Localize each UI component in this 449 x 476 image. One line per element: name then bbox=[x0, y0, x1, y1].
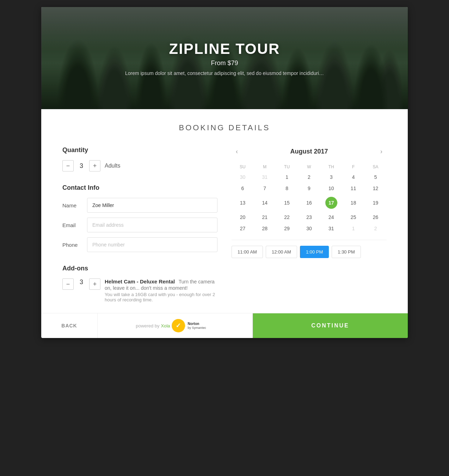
booking-grid: Quantity − 3 + Adults Contact Info Name bbox=[62, 146, 387, 302]
calendar-day[interactable]: 30 bbox=[298, 223, 320, 234]
time-slot-button[interactable]: 1:30 PM bbox=[332, 246, 361, 258]
addon-increment-button[interactable]: + bbox=[89, 278, 100, 290]
continue-button[interactable]: CONTINUE bbox=[253, 313, 408, 338]
selected-day-indicator: 17 bbox=[325, 197, 337, 209]
day-header-m: M bbox=[254, 162, 276, 171]
time-slot-button[interactable]: 11:00 AM bbox=[232, 246, 263, 258]
calendar-day[interactable]: 23 bbox=[298, 212, 320, 223]
calendar-day[interactable]: 3 bbox=[320, 171, 342, 183]
phone-input[interactable] bbox=[87, 237, 217, 252]
day-header-f: F bbox=[342, 162, 364, 171]
time-slots: 11:00 AM12:00 AM1:00 PM1:30 PM bbox=[232, 246, 387, 258]
day-header-th: TH bbox=[320, 162, 342, 171]
quantity-section: Quantity − 3 + Adults bbox=[62, 146, 217, 171]
hero-price: From $79 bbox=[125, 60, 324, 67]
calendar-body: 3031123456789101112131415161718192021222… bbox=[232, 171, 387, 234]
powered-by: powered by Xola ✓ Norton by Symantec bbox=[98, 319, 253, 332]
calendar-day[interactable]: 31 bbox=[320, 223, 342, 234]
booking-section: BOOKING DETAILS Quantity − 3 + Adults Co… bbox=[41, 109, 408, 313]
calendar-day: 2 bbox=[364, 223, 387, 234]
name-input[interactable] bbox=[87, 198, 217, 213]
calendar-day[interactable]: 24 bbox=[320, 212, 342, 223]
contact-heading: Contact Info bbox=[62, 184, 217, 192]
hero-description: Lorem ipsum dolor sit amet, consectetur … bbox=[125, 70, 324, 76]
norton-sub: by Symantec bbox=[188, 326, 206, 330]
calendar-next-button[interactable]: › bbox=[377, 146, 385, 157]
calendar-prev-button[interactable]: ‹ bbox=[233, 146, 241, 157]
calendar-day[interactable]: 11 bbox=[342, 183, 364, 194]
calendar-day[interactable]: 29 bbox=[276, 223, 298, 234]
addon-decrement-button[interactable]: − bbox=[62, 278, 74, 290]
booking-title: BOOKING DETAILS bbox=[62, 123, 387, 132]
calendar-day[interactable]: 10 bbox=[320, 183, 342, 194]
calendar-divider bbox=[232, 240, 387, 240]
calendar-day[interactable]: 12 bbox=[364, 183, 387, 194]
calendar-week-row: 6789101112 bbox=[232, 183, 387, 194]
quantity-row: − 3 + Adults bbox=[62, 160, 217, 171]
quantity-increment-button[interactable]: + bbox=[89, 160, 100, 171]
calendar-day[interactable]: 17 bbox=[320, 194, 342, 212]
addon-quantity: 3 bbox=[78, 278, 85, 286]
addon-description: You will take a 16GB card with you - eno… bbox=[105, 292, 217, 302]
phone-label: Phone bbox=[62, 242, 87, 248]
calendar-day[interactable]: 28 bbox=[254, 223, 276, 234]
hero-section: ZIPLINE TOUR From $79 Lorem ipsum dolor … bbox=[41, 7, 408, 109]
calendar-day[interactable]: 7 bbox=[254, 183, 276, 194]
calendar-day[interactable]: 22 bbox=[276, 212, 298, 223]
powered-brand-link[interactable]: Xola bbox=[161, 323, 170, 328]
norton-check-icon: ✓ bbox=[176, 322, 181, 330]
norton-label: Norton bbox=[188, 321, 206, 326]
day-header-w: W bbox=[298, 162, 320, 171]
calendar-day: 1 bbox=[342, 223, 364, 234]
right-column: ‹ August 2017 › SU M TU W TH F bbox=[232, 146, 387, 302]
addon-info: Helmet Cam - Deluxe Rental Turn the came… bbox=[105, 278, 217, 302]
day-header-sa: SA bbox=[364, 162, 387, 171]
calendar-week-row: 13141516171819 bbox=[232, 194, 387, 212]
back-button[interactable]: BACK bbox=[41, 313, 98, 338]
email-input[interactable] bbox=[87, 218, 217, 232]
hero-title: ZIPLINE TOUR bbox=[125, 40, 324, 57]
calendar-day: 31 bbox=[254, 171, 276, 183]
email-field-row: Email bbox=[62, 218, 217, 232]
calendar-day[interactable]: 13 bbox=[232, 194, 254, 212]
hero-content: ZIPLINE TOUR From $79 Lorem ipsum dolor … bbox=[125, 40, 324, 76]
calendar-day[interactable]: 18 bbox=[342, 194, 364, 212]
time-slot-button[interactable]: 12:00 AM bbox=[266, 246, 297, 258]
calendar-day[interactable]: 27 bbox=[232, 223, 254, 234]
day-header-su: SU bbox=[232, 162, 254, 171]
norton-badge-area: ✓ Norton by Symantec bbox=[172, 319, 206, 332]
addons-section: Add-ons − 3 + Helmet Cam - Deluxe Rental… bbox=[62, 265, 217, 302]
calendar-day[interactable]: 15 bbox=[276, 194, 298, 212]
calendar-day[interactable]: 14 bbox=[254, 194, 276, 212]
calendar-day[interactable]: 19 bbox=[364, 194, 387, 212]
calendar-day: 30 bbox=[232, 171, 254, 183]
name-label: Name bbox=[62, 202, 87, 208]
calendar-day[interactable]: 1 bbox=[276, 171, 298, 183]
calendar-week-row: 20212223242526 bbox=[232, 212, 387, 223]
calendar-day[interactable]: 8 bbox=[276, 183, 298, 194]
quantity-decrement-button[interactable]: − bbox=[62, 160, 74, 171]
quantity-value: 3 bbox=[78, 162, 85, 170]
calendar-day[interactable]: 26 bbox=[364, 212, 387, 223]
day-header-tu: TU bbox=[276, 162, 298, 171]
calendar-grid: SU M TU W TH F SA 3031123456789101112131… bbox=[232, 162, 387, 234]
left-column: Quantity − 3 + Adults Contact Info Name bbox=[62, 146, 217, 302]
calendar-day[interactable]: 20 bbox=[232, 212, 254, 223]
calendar-day[interactable]: 9 bbox=[298, 183, 320, 194]
contact-section: Contact Info Name Email Phone bbox=[62, 184, 217, 252]
calendar-week-row: 303112345 bbox=[232, 171, 387, 183]
calendar-day[interactable]: 4 bbox=[342, 171, 364, 183]
calendar-day[interactable]: 5 bbox=[364, 171, 387, 183]
calendar-day[interactable]: 21 bbox=[254, 212, 276, 223]
quantity-heading: Quantity bbox=[62, 146, 217, 154]
calendar-day[interactable]: 25 bbox=[342, 212, 364, 223]
calendar: ‹ August 2017 › SU M TU W TH F bbox=[232, 146, 387, 258]
name-field-row: Name bbox=[62, 198, 217, 213]
calendar-day[interactable]: 2 bbox=[298, 171, 320, 183]
email-label: Email bbox=[62, 222, 87, 228]
calendar-day[interactable]: 6 bbox=[232, 183, 254, 194]
calendar-day[interactable]: 16 bbox=[298, 194, 320, 212]
calendar-header: ‹ August 2017 › bbox=[232, 146, 387, 157]
powered-prefix: powered by bbox=[136, 323, 159, 328]
time-slot-button[interactable]: 1:00 PM bbox=[300, 246, 329, 258]
